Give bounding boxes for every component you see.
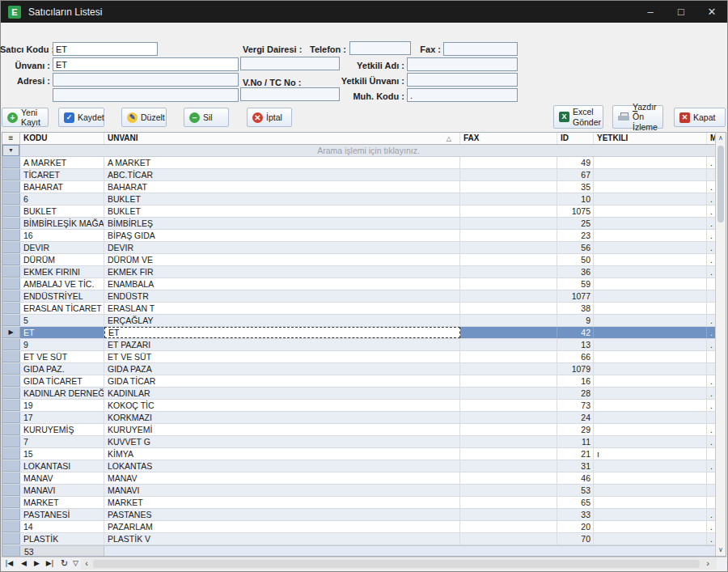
grid-cell-kodu[interactable]: KURUYEMİŞ [20,424,104,435]
grid-cell-id[interactable]: 24 [557,412,594,423]
grid-cell-kodu[interactable]: 17 [20,412,104,423]
grid-cell-unvani[interactable]: LOKANTAS [104,460,460,472]
grid-cell-fax[interactable] [460,509,557,520]
grid-cell-kodu[interactable]: MANAVI [20,485,104,496]
grid-cell-id[interactable]: 67 [557,169,594,180]
grid-filter-row[interactable]: ▼ Arama işlemi için tıklayınız. [2,145,717,157]
filter-funnel-icon[interactable]: ▼ [2,145,20,156]
grid-cell-id[interactable]: 1077 [557,290,594,302]
row-indicator[interactable] [2,193,20,205]
row-indicator[interactable] [2,436,20,447]
grid-cell-fax[interactable] [460,303,557,314]
table-row[interactable]: 17KORKMAZI24 [2,412,717,424]
nav-last-button[interactable]: ▶| [44,557,56,570]
grid-cell-unvani[interactable]: ET VE SÜT [104,351,460,362]
fax-input[interactable] [443,42,518,56]
grid-cell-unvani[interactable]: ENDÜSTR [104,290,460,302]
scroll-up-icon[interactable]: ∧ [716,133,726,144]
grid-cell-fax[interactable] [460,169,557,180]
row-indicator[interactable] [2,533,20,544]
table-row[interactable]: 6BUKLET10. [2,193,717,205]
grid-cell-kodu[interactable]: ERASLAN TİCARET [20,303,104,314]
grid-cell-kodu[interactable]: PLASTİK [20,533,104,544]
grid-cell-kodu[interactable]: 19 [20,400,104,411]
table-row[interactable]: PLASTİKPLASTİK V70. [2,533,717,545]
row-indicator[interactable] [2,363,20,375]
column-header-fax[interactable]: FAX [460,133,557,144]
grid-cell-fax[interactable] [460,436,557,447]
table-row[interactable]: GIDA PAZ.GIDA PAZA1079 [2,363,717,375]
grid-cell-kodu[interactable]: 5 [20,315,104,326]
grid-cell-unvani[interactable]: PLASTİK V [104,533,460,544]
grid-cell-id[interactable]: 23 [557,230,594,241]
grid-cell-kodu[interactable]: TİCARET [20,169,104,180]
table-row[interactable]: BAHARATBAHARAT35. [2,181,717,193]
table-row[interactable]: BUKLETBUKLET1075. [2,205,717,218]
grid-cell-fax[interactable] [460,363,557,375]
iptal-button[interactable]: ✕ İptal [247,108,292,127]
grid-cell-fax[interactable] [460,278,557,290]
grid-cell-yetkili[interactable] [594,533,707,544]
grid-cell-unvani[interactable]: KADINLAR [104,388,460,399]
table-row[interactable]: 16BİPAŞ GIDA23. [2,230,717,242]
grid-cell-unvani[interactable]: BUKLET [104,193,460,205]
grid-cell-unvani[interactable]: EKMEK FIR [104,266,460,278]
grid-cell-id[interactable]: 50 [557,254,594,265]
grid-cell-id[interactable]: 56 [557,242,594,253]
row-indicator[interactable] [2,157,20,168]
grid-cell-kodu[interactable]: ET [20,327,104,338]
grid-cell-kodu[interactable]: 14 [20,521,104,532]
grid-cell-yetkili[interactable] [594,230,707,241]
grid-cell-fax[interactable] [460,193,557,205]
maximize-button[interactable]: □ [666,1,696,23]
grid-cell-unvani[interactable]: KOKOÇ TİC [104,400,460,411]
row-indicator[interactable] [2,412,20,423]
grid-cell-kodu[interactable]: BUKLET [20,205,104,217]
grid-cell-id[interactable]: 21 [557,448,594,460]
table-row[interactable]: DÜRÜMDÜRÜM VE50. [2,254,717,266]
grid-cell-unvani[interactable]: KURUYEMİ [104,424,460,435]
grid-cell-fax[interactable] [460,375,557,387]
column-header-id[interactable]: ID [557,133,594,144]
grid-cell-unvani[interactable]: BAHARAT [104,181,460,193]
filter-row-hint[interactable]: Arama işlemi için tıklayınız. [20,145,717,156]
kapat-button[interactable]: ✕ Kapat [674,108,726,127]
excel-gonder-button[interactable]: X Excel Gönder [553,105,603,129]
table-row[interactable]: ERASLAN TİCARETERASLAN T38 [2,303,717,315]
grid-cell-fax[interactable] [460,351,557,362]
grid-cell-unvani[interactable]: BİPAŞ GIDA [104,230,460,241]
table-row[interactable]: PASTANESİPASTANES33. [2,509,717,521]
grid-cell-yetkili[interactable] [594,412,707,423]
sil-button[interactable]: – Sil [184,108,229,127]
table-row[interactable]: 7KUVVET G11. [2,436,717,448]
table-row[interactable]: 14PAZARLAM20. [2,521,717,533]
grid-cell-yetkili[interactable] [594,193,707,205]
grid-cell-unvani[interactable]: PAZARLAM [104,521,460,532]
grid-cell-yetkili[interactable] [594,339,707,350]
grid-cell-unvani[interactable]: MANAVI [104,485,460,496]
grid-cell-unvani[interactable]: BİMBİRLEŞ [104,218,460,229]
grid-cell-unvani[interactable]: KORKMAZI [104,412,460,423]
yetkili-adi-input[interactable] [407,57,518,71]
grid-cell-yetkili[interactable] [594,436,707,447]
grid-cell-id[interactable]: 66 [557,351,594,362]
grid-cell-unvani[interactable]: PASTANES [104,509,460,520]
grid-cell-fax[interactable] [460,218,557,229]
row-indicator[interactable] [2,290,20,302]
telefon-input[interactable] [349,41,411,55]
table-row[interactable]: ET VE SÜTET VE SÜT66 [2,351,717,363]
table-row[interactable]: DEVIRDEVIR56. [2,242,717,254]
scroll-right-icon[interactable]: › [702,558,713,570]
table-row[interactable]: EKMEK FIRINIEKMEK FIR36. [2,266,717,278]
nav-first-button[interactable]: |◀ [3,557,15,570]
grid-cell-yetkili[interactable] [594,497,707,508]
row-indicator[interactable]: ▶ [2,327,20,338]
grid-cell-id[interactable]: 1079 [557,363,594,375]
adresi2-input[interactable] [53,88,239,102]
grid-cell-unvani[interactable]: ENAMBALA [104,278,460,290]
grid-cell-id[interactable]: 59 [557,278,594,290]
grid-cell-yetkili[interactable] [594,290,707,302]
grid-cell-id[interactable]: 29 [557,424,594,435]
grid-cell-fax[interactable] [460,157,557,168]
table-row[interactable]: A MARKETA MARKET49. [2,157,717,169]
